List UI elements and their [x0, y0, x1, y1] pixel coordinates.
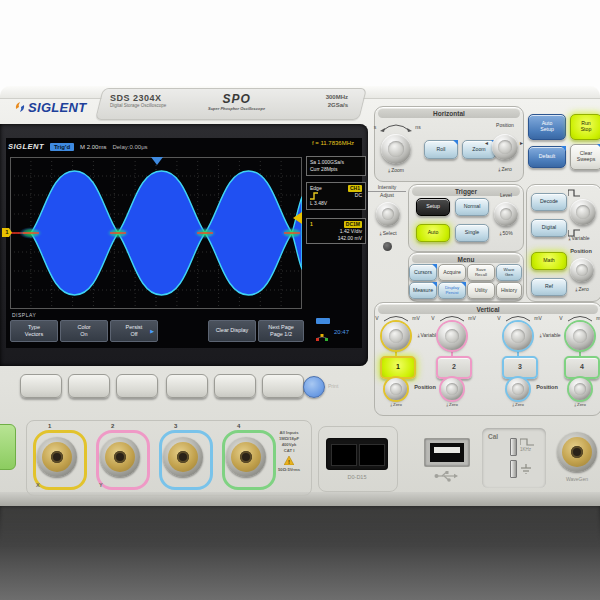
roll-button[interactable]: Roll [424, 140, 458, 159]
horizontal-scale-knob[interactable] [381, 134, 411, 164]
x-label: X [36, 482, 40, 488]
clear-sweeps-button[interactable]: Clear Sweeps [570, 144, 600, 170]
ref-button[interactable]: Ref [531, 278, 567, 296]
variable-knob[interactable] [570, 199, 596, 225]
siglent-logo: SIGLENT [14, 96, 104, 118]
softkey-5[interactable] [214, 374, 256, 398]
push-icon: ⤓ [575, 286, 577, 292]
display-persist-button[interactable]: Display Persist [438, 282, 466, 299]
softkey-6[interactable] [262, 374, 304, 398]
channel-1-bnc[interactable] [37, 437, 77, 477]
softkey-3[interactable] [116, 374, 158, 398]
history-button[interactable]: History [496, 282, 522, 299]
panel-screw [383, 242, 392, 251]
horizontal-position-knob[interactable] [492, 134, 518, 160]
run-stop-button[interactable]: Run Stop [570, 114, 600, 140]
ref-label: Ref [545, 284, 553, 290]
ch3-scale-knob[interactable] [504, 322, 532, 350]
math-button[interactable]: Math [531, 252, 567, 270]
ch4-zero-push: ⤓ Zero [566, 402, 594, 407]
ch3-mv-label: mV [532, 315, 544, 321]
cal-hook-ground[interactable] [510, 460, 517, 478]
trigger-normal-button[interactable]: Normal [455, 198, 489, 216]
ch2-position-knob[interactable] [441, 378, 463, 400]
ch4-scale-knob[interactable] [566, 322, 594, 350]
left-arrow-icon: ◄ [484, 140, 489, 146]
math-position-knob[interactable] [570, 258, 594, 282]
channel-4-button[interactable]: 4 [564, 356, 600, 379]
digital-connector[interactable] [326, 438, 388, 470]
ch1-zero-push: ⤓ Zero [382, 402, 410, 407]
hzoom-push-text: Zoom [391, 167, 404, 173]
ch4-position-knob[interactable] [569, 378, 591, 400]
option-indicator-icon [561, 146, 566, 151]
print-button[interactable] [303, 376, 325, 398]
push-icon: ⤓ [417, 332, 419, 338]
input-rating-text: All Inputs 1MΩ/18pF 400Vpk CAT I ! 50Ω:5… [272, 430, 306, 474]
math-zero-text: Zero [578, 286, 588, 292]
channel-3-button[interactable]: 3 [502, 356, 538, 379]
cal-freq-label: 1KHz [520, 447, 531, 452]
softkey-1[interactable] [20, 374, 62, 398]
select-push-label: ⤓ Select [372, 230, 404, 236]
push-icon: ⤓ [499, 230, 501, 236]
hscale-s-label: s [370, 124, 380, 130]
ch1-position-knob[interactable] [385, 378, 407, 400]
menu-color-button[interactable]: Color On [60, 320, 108, 342]
channel-4-bnc[interactable] [226, 437, 266, 477]
intensity-adjust-knob[interactable] [376, 202, 400, 226]
measure-button[interactable]: Measure [409, 282, 437, 299]
decode-button[interactable]: Decode [531, 193, 567, 211]
history-label: History [501, 288, 517, 294]
utility-button[interactable]: Utility [467, 282, 495, 299]
menu-persist-button[interactable]: Persist Off ▶ [110, 320, 158, 342]
softkey-4[interactable] [166, 374, 208, 398]
ch2-scale-knob[interactable] [438, 322, 466, 350]
ch2-v-label: V [428, 315, 438, 321]
trigger-single-button[interactable]: Single [455, 224, 489, 242]
channel-2-button[interactable]: 2 [436, 356, 472, 379]
hzoom-button[interactable]: Zoom [462, 140, 496, 159]
save-recall-button[interactable]: Save Recall [467, 264, 495, 281]
run-stop-line2: Stop [581, 127, 592, 133]
wave-gen-button[interactable]: Wave Gen [496, 264, 522, 281]
menu-next-page-button[interactable]: Next Page Page 1/2 [258, 320, 304, 342]
menu-persist-line2: Off [130, 331, 137, 338]
ch3-position-knob[interactable] [507, 378, 529, 400]
channel-2-bnc[interactable] [100, 437, 140, 477]
channel-3-bnc[interactable] [163, 437, 203, 477]
menu-clear-display-button[interactable]: Clear Display [208, 320, 256, 342]
acquisition-box: Sa 1.000GSa/s Curr 28Mpts [306, 156, 366, 176]
default-button[interactable]: Default [528, 146, 566, 168]
channel1-info-box: 1 DC1M 1.42 V/div 142.00 mV [306, 218, 366, 244]
y-label: Y [99, 482, 103, 488]
print-label: Print [328, 383, 338, 389]
option-indicator-icon [432, 282, 437, 287]
trigger-setup-button[interactable]: Setup [416, 198, 450, 216]
warning-icon: ! [284, 456, 294, 465]
menu-color-line2: On [80, 331, 87, 338]
ch4-v-label: V [556, 315, 566, 321]
ch1-scale-knob[interactable] [382, 322, 410, 350]
ch1-number: 1 [396, 363, 400, 371]
auto-setup-line2: Setup [540, 127, 554, 133]
cal-hook-signal[interactable] [510, 438, 517, 456]
trigger-level-knob[interactable] [494, 202, 518, 226]
channel-offset-readout: 142.00 mV [310, 235, 362, 242]
decode-label: Decode [540, 199, 558, 205]
menu-type-button[interactable]: Type Vectors [10, 320, 58, 342]
power-button[interactable] [0, 424, 16, 470]
trigger-auto-button[interactable]: Auto [416, 224, 450, 242]
auto-setup-button[interactable]: Auto Setup [528, 114, 566, 140]
model-number: SDS 2304X [110, 93, 166, 103]
save-recall-line2: Recall [475, 273, 487, 278]
math-position-label: Position [562, 248, 600, 255]
channel-1-button[interactable]: 1 [380, 356, 416, 379]
spec-block: 300MHz 2GSa/s [326, 94, 348, 110]
acquire-button[interactable]: Acquire [438, 264, 466, 281]
softkey-2[interactable] [68, 374, 110, 398]
rating-line5: 50Ω:5Vrms [272, 467, 306, 473]
cursors-button[interactable]: Cursors [409, 264, 437, 281]
usb-host-port[interactable] [424, 438, 470, 467]
wavegen-bnc[interactable] [557, 432, 597, 472]
